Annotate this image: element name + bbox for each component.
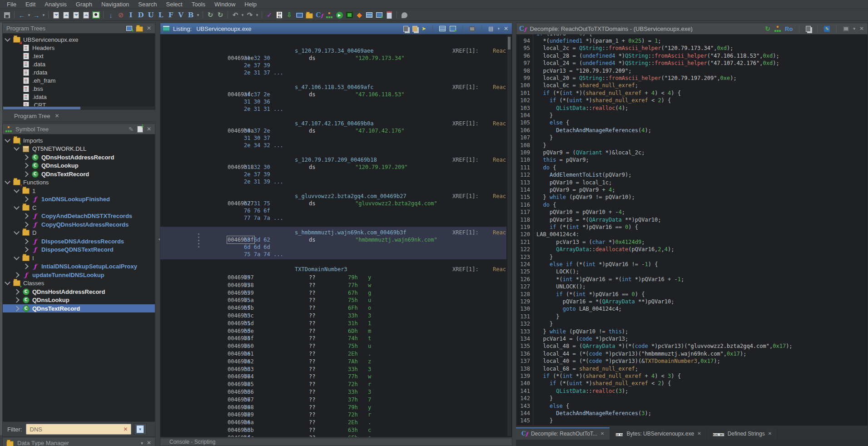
listing-undefined[interactable]: ?? — [309, 282, 315, 288]
media-icon[interactable] — [294, 10, 304, 20]
listing-undefined[interactable]: ?? — [309, 320, 315, 327]
listing-value[interactable]: 72h — [348, 381, 358, 387]
listing-bytes[interactable]: 79 — [244, 404, 250, 411]
code-line[interactable]: 127 UNLOCK(); — [516, 283, 868, 290]
listing-char[interactable]: 3 — [368, 389, 371, 395]
listing-bytes[interactable]: 33 — [244, 312, 250, 319]
listing-mnemonic[interactable]: ds — [309, 237, 315, 243]
code-line[interactable]: 94 *(undefined1 *)(param_1 + 0x25) = 1; — [516, 37, 868, 45]
xref-reference[interactable]: Reac — [493, 84, 506, 90]
listing-bytes[interactable]: 74 — [244, 335, 250, 342]
symbol-tree-row[interactable]: CQDnsTextRecord — [3, 170, 155, 178]
format-d-button[interactable]: D — [136, 10, 146, 20]
code-line[interactable]: 105 else { — [516, 119, 868, 126]
format-u-button[interactable]: U — [146, 10, 156, 20]
code-line[interactable]: 131 } — [516, 313, 868, 320]
listing-label[interactable]: s_47.107.42.176_00469b0a — [295, 120, 373, 127]
listing-value[interactable]: 33h — [348, 366, 358, 372]
edit-icon[interactable]: ✎ — [824, 26, 830, 32]
code-line[interactable]: 124 else if (*(int *)pQVar16 != -1) { — [516, 261, 868, 268]
recycle-icon[interactable]: ↻ — [205, 10, 215, 20]
validate-check-icon[interactable]: ✓ — [264, 10, 274, 20]
listing-undefined[interactable]: ?? — [309, 358, 315, 365]
symbol-tree-row[interactable]: CQDnsLookup — [3, 162, 155, 170]
code-line[interactable]: 98 pcVar13 = "120.79.197.209"; — [516, 67, 868, 74]
chevron-collapsed-icon[interactable] — [14, 297, 20, 303]
listing-char[interactable]: z — [368, 358, 371, 365]
code-line[interactable]: 144 DetachAndManageReferences(3); — [516, 410, 868, 417]
listing-undefined[interactable]: ?? — [309, 335, 315, 342]
program-tree-hscrollbar[interactable] — [2, 106, 155, 110]
symbol-tree-row[interactable]: ▲Imports — [3, 136, 155, 144]
run-script-icon[interactable]: ▶ — [334, 10, 344, 20]
listing-undefined[interactable]: ?? — [309, 343, 315, 349]
chevron-collapsed-icon[interactable] — [14, 289, 20, 295]
format-caret-icon[interactable]: ▾ — [196, 10, 200, 20]
listing-bytes[interactable]: 7a — [244, 358, 250, 365]
listing-value[interactable]: 79h — [348, 404, 358, 411]
listing-value[interactable]: 6Dh — [348, 328, 358, 334]
redo-icon[interactable]: ↷ — [245, 10, 255, 20]
listing-bytes[interactable]: 2e 31 39 ... — [244, 178, 283, 185]
listing-char[interactable]: 3 — [368, 366, 371, 372]
listing-titlebar[interactable]: Listing: UBServicenoupx.exe ➤ ▤ ▾ ✕ — [160, 23, 512, 35]
listing-char[interactable]: o — [368, 305, 371, 311]
listing-undefined[interactable]: ?? — [309, 396, 315, 403]
symbol-tree-row[interactable]: I — [3, 254, 155, 262]
symbol-tree-row[interactable]: ƒupdateTunnelDNSLookup — [3, 271, 155, 279]
symbol-tree-row[interactable]: ●Classes — [3, 279, 155, 287]
listing-mnemonic[interactable]: ds — [309, 200, 315, 207]
xref-label[interactable]: XREF[1]: — [452, 266, 479, 273]
cursor-edit-icon[interactable]: ➤ — [422, 25, 426, 32]
chevron-collapsed-icon[interactable] — [23, 213, 29, 219]
xref-reference[interactable]: Reac — [493, 266, 506, 273]
diamond-icon[interactable]: ◆ — [354, 10, 364, 20]
listing-value[interactable]: 6Fh — [348, 305, 358, 311]
listing-bytes[interactable]: 77 — [244, 282, 250, 288]
symbol-tree-row[interactable]: ƒIntialDNSLookupSetupLocalProxy — [3, 263, 155, 271]
listing-char[interactable]: y — [368, 274, 371, 281]
code-line[interactable]: 107 } — [516, 134, 868, 141]
listing-value[interactable]: 77h — [348, 282, 358, 288]
chevron-collapsed-icon[interactable] — [23, 154, 29, 160]
filter-input[interactable]: DNS ✕ — [26, 424, 131, 435]
listing-operand[interactable]: "47.107.42.176" — [355, 128, 404, 134]
console-scripting-header[interactable]: Console - Scripting — [160, 438, 512, 446]
listing-bytes[interactable]: 31 — [244, 320, 250, 327]
listing-operand[interactable]: "47.106.118.53" — [355, 91, 404, 98]
listing-bytes[interactable]: 33 — [244, 366, 250, 372]
code-line[interactable]: 134 pcVar14 = (code *)pcVar13; — [516, 335, 868, 342]
chevron-down-icon[interactable]: ▾ — [497, 26, 500, 31]
xref-label[interactable]: XREF[1]: — [452, 157, 479, 163]
listing-char[interactable]: r — [368, 381, 371, 387]
listing-operand[interactable]: "120.79.173.34" — [355, 55, 404, 61]
symbol-tree-row[interactable]: ƒDisposeQDNSTextRecord — [3, 246, 155, 254]
close-icon[interactable]: ✕ — [768, 431, 772, 436]
xref-label[interactable]: XREF[1]: — [452, 120, 479, 127]
chevron-down-icon[interactable]: ▾ — [141, 441, 143, 446]
code-line[interactable]: 132 } — [516, 320, 868, 327]
snapshot-camera-icon[interactable] — [91, 10, 101, 20]
listing-operand[interactable]: "120.79.197.209" — [355, 164, 408, 170]
listing-label[interactable]: TXTDomainNumber3 — [295, 266, 347, 273]
navigate-down-icon[interactable]: ↓ — [106, 10, 116, 20]
listing-operand[interactable]: "gluvvowzz2.bzta2gq4.com" — [355, 200, 437, 207]
filter-config-button[interactable]: ▼ — [134, 423, 147, 435]
listing-char[interactable]: y — [368, 404, 371, 411]
section-row[interactable]: .CRT — [3, 101, 155, 106]
tab-decompile-reachouttot-[interactable]: CƒDecompile: ReachOutToT...✕ — [516, 427, 610, 440]
listing-bytes[interactable]: 6f — [244, 305, 250, 311]
section-row[interactable]: .idata — [3, 93, 155, 101]
listing-value[interactable]: 6Fh — [348, 435, 358, 437]
listing-label[interactable]: s_120.79.173.34_00469aee — [295, 48, 373, 54]
symbol-tree-row[interactable]: CQDnsHostAddressRecord — [3, 287, 155, 296]
close-icon[interactable]: ✕ — [55, 113, 59, 119]
listing-char[interactable]: w — [368, 282, 371, 288]
code-line[interactable]: 97 local_24 = (undefined4 *)QString::fro… — [516, 59, 868, 67]
listing-bytes[interactable]: 2e 31 37 ... — [244, 69, 283, 76]
export-file-alt-icon[interactable] — [81, 10, 91, 20]
code-line[interactable]: 114 pQVar9 = pQVar9 + 4; — [516, 186, 868, 193]
scroll-thumb[interactable] — [3, 107, 80, 109]
listing-undefined[interactable]: ?? — [309, 427, 315, 433]
edit-symbol-icon[interactable]: ✎ — [129, 126, 134, 133]
